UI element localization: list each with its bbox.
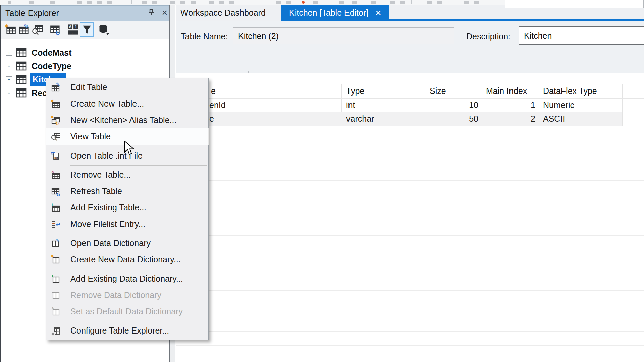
description-label: Description: [466,32,511,41]
refresh-table-icon[interactable]: ↻ [49,23,61,36]
svg-text:1: 1 [75,25,77,29]
remove-data-dictionary-icon [51,290,61,301]
tree-item-codemast[interactable]: + CodeMast [1,46,169,59]
menu-item-remove-data-dictionary: Remove Data Dictionary [46,287,208,303]
toolbar-fragment-icon [8,1,11,4]
header-main-index: Main Index [482,84,539,98]
menu-item-remove-table[interactable]: ✕ Remove Table... [46,167,208,183]
grid-row-kitchenid[interactable]: enId int 10 1 Numeric [176,98,644,112]
grid-empty-rows [176,126,644,362]
menu-item-create-new-table[interactable]: ✸ Create New Table... [46,96,208,112]
toolbar-fragment-icon [464,1,469,4]
description-input[interactable]: Kitchen [519,26,644,45]
table-editor-header: Table Name: Kitchen (2) Description: Kit… [176,21,644,78]
svg-text:✸: ✸ [51,115,54,120]
editor-pane: Workspace Dashboard Kitchen [Table Edito… [176,5,644,362]
menu-item-add-existing-data-dictionary[interactable]: + Add Existing Data Dictionary... [46,270,208,287]
toolbar-fragment-icon [152,1,157,4]
menu-item-label: Add Existing Data Dictionary... [70,274,183,284]
tree-item-label: CodeMast [32,46,71,59]
toolbar-fragment-icon [400,1,405,4]
database-connections-icon[interactable] [98,23,110,36]
menu-item-open-data-dictionary[interactable]: ✎ Open Data Dictionary [46,235,208,251]
toolbar-fragment-icon [427,1,432,4]
svg-text:✎: ✎ [56,82,60,87]
tree-item-codetype[interactable]: + CodeType [1,59,169,73]
sort-columns-icon[interactable]: A1↔ [67,23,79,36]
cell-size[interactable]: 50 [425,112,482,126]
menu-item-label: Create New Table... [70,99,144,109]
toolbar-fragment-icon [209,1,214,4]
menu-item-move-filelist-entry[interactable]: ↵ Move Filelist Entry... [46,216,208,232]
toolbar-fragment-icon [390,1,395,4]
menu-item-add-existing-table[interactable]: + Add Existing Table... [46,199,208,216]
menu-item-label: Configure Table Explorer... [70,326,169,336]
toolbar-fragment-icon [229,1,234,4]
toolbar-separator [64,24,64,35]
open-int-file-icon: int⇄ [51,150,61,161]
toolbar-fragment-icon [107,1,112,4]
cell-main-index[interactable]: 2 [482,112,539,126]
svg-text:↵: ↵ [56,221,61,228]
open-data-dictionary-icon: ✎ [51,238,61,249]
table-context-menu: ✎ Edit Table ✸ Create New Table... ✸↻ Ne… [46,78,209,340]
table-icon [16,61,27,72]
tab-workspace-dashboard[interactable]: Workspace Dashboard [176,5,280,20]
menu-item-create-new-data-dictionary[interactable]: ✸ Create New Data Dictionary... [46,251,208,268]
create-new-data-dictionary-icon: ✸ [51,254,61,265]
menu-item-refresh-table[interactable]: ↻ Refresh Table [46,183,208,199]
svg-text:↻: ↻ [55,30,60,36]
toolbar-fragment-icon [191,1,196,4]
configure-table-explorer-icon [51,325,61,336]
svg-text:int: int [54,156,58,160]
header-type: Type [341,84,425,98]
cell-main-index[interactable]: 1 [482,98,539,112]
expand-icon[interactable]: + [6,63,12,69]
view-table-icon[interactable] [32,23,44,36]
cell-dataflex-type[interactable]: ASCII [539,112,622,126]
grid-row-name[interactable]: e varchar 50 2 ASCII [176,112,644,126]
menu-item-label: Open Data Dictionary [70,238,151,248]
toolbar-fragment-icon [352,1,357,4]
menu-item-edit-table[interactable]: ✎ Edit Table [46,79,208,96]
table-explorer-toolbar: ✸ ✎ ↻ A1↔ [1,21,169,39]
menu-item-label: View Table [70,132,111,141]
toolbar-separator [411,0,412,4]
pin-icon[interactable] [146,8,156,18]
cell-dataflex-type[interactable]: Numeric [539,98,622,112]
header-size: Size [425,84,482,98]
create-new-table-icon[interactable]: ✸ [5,23,17,36]
tree-item-label: Rec [32,86,47,100]
cell-type[interactable]: varchar [341,112,425,126]
toolbar-fragment-icon [29,1,34,4]
toolbar-separator [131,0,132,4]
toolbar-fragment-icon [170,1,175,4]
filter-icon[interactable] [80,22,94,37]
panel-title-bar: Table Explorer ✕ [1,5,169,21]
toolbar-combo-input[interactable] [505,0,644,8]
expand-icon[interactable]: + [6,76,12,82]
menu-item-configure-table-explorer[interactable]: Configure Table Explorer... [46,322,208,339]
expand-icon[interactable]: + [6,50,12,56]
cell-size[interactable]: 10 [425,98,482,112]
tab-kitchen-table-editor[interactable]: Kitchen [Table Editor]✕ [281,5,389,20]
cell-type[interactable]: int [341,98,425,112]
table-name-input[interactable]: Kitchen (2) [233,27,454,44]
menu-item-new-alias-table[interactable]: ✸↻ New <Kitchen> Alias Table... [46,112,208,128]
close-tab-icon[interactable]: ✕ [375,9,381,17]
close-icon[interactable]: ✕ [160,8,170,18]
menu-item-label: Edit Table [70,82,107,92]
menu-item-label: New <Kitchen> Alias Table... [70,115,176,125]
edit-table-icon[interactable]: ✎ [18,23,30,36]
menu-item-label: Move Filelist Entry... [70,219,145,229]
svg-text:✎: ✎ [24,23,29,30]
tab-label: Kitchen [Table Editor] [289,8,368,17]
menu-item-label: Remove Table... [70,170,131,180]
expand-icon[interactable]: + [6,90,12,96]
toolbar-fragment-icon [339,1,344,4]
add-existing-data-dictionary-icon: + [51,274,61,284]
toolbar-fragment-icon [97,1,102,4]
tree-item-label: CodeType [32,59,71,73]
menu-item-label: Set as Default Data Dictionary [70,307,183,316]
set-default-data-dictionary-icon: ✎ [51,306,61,317]
